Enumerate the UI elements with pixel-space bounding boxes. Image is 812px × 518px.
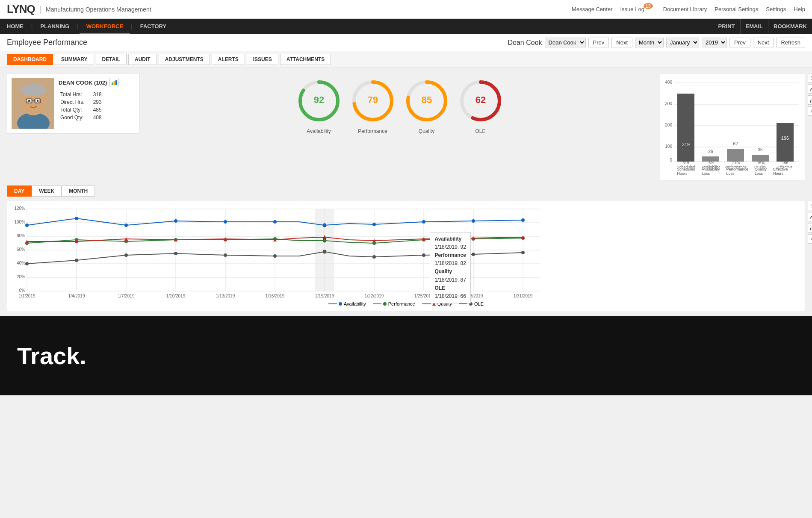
- prev-button[interactable]: Prev: [588, 38, 609, 47]
- svg-text:300: 300: [665, 101, 672, 106]
- svg-text:79: 79: [367, 94, 378, 105]
- stat-row-total-hrs: Total Hrs: 318: [59, 91, 103, 98]
- refresh-button[interactable]: Refresh: [776, 38, 805, 47]
- line-chart-tool-expand[interactable]: ⊞: [808, 201, 812, 210]
- chart-legend: Availability Performance Quality: [12, 301, 800, 306]
- tab-adjustments[interactable]: ADJUSTMENTS: [159, 54, 210, 65]
- tab-issues[interactable]: ISSUES: [247, 54, 278, 65]
- svg-text:-8%: -8%: [707, 161, 714, 165]
- tab-audit[interactable]: AUDIT: [128, 54, 157, 65]
- settings-link[interactable]: Settings: [766, 6, 786, 12]
- tab-summary[interactable]: SUMMARY: [55, 54, 94, 65]
- chart-tool-bar[interactable]: [808, 95, 812, 105]
- issue-log-link[interactable]: Issue Log 13: [620, 6, 656, 12]
- svg-rect-44: [727, 149, 744, 162]
- svg-point-128: [521, 251, 525, 254]
- svg-point-90: [273, 220, 277, 224]
- svg-text:1/31/2019: 1/31/2019: [514, 294, 533, 298]
- svg-point-85: [25, 224, 29, 227]
- svg-text:196: 196: [782, 161, 788, 165]
- legend-availability-line: [328, 303, 337, 304]
- period-day-button[interactable]: DAY: [7, 185, 32, 197]
- personal-settings-link[interactable]: Personal Settings: [715, 6, 758, 12]
- prev2-button[interactable]: Prev: [729, 38, 750, 47]
- line-chart-tool-bar[interactable]: [808, 223, 812, 233]
- tabs-bar: DASHBOARD SUMMARY DETAIL AUDIT ADJUSTMEN…: [0, 51, 812, 68]
- document-library-link[interactable]: Document Library: [663, 6, 707, 12]
- svg-text:1/25/2019: 1/25/2019: [414, 294, 434, 298]
- legend-performance: Performance: [373, 301, 415, 306]
- tab-alerts[interactable]: ALERTS: [212, 54, 245, 65]
- svg-text:60%: 60%: [17, 247, 25, 252]
- next-button[interactable]: Next: [611, 38, 632, 47]
- line-chart-svg: 120% 100% 80% 60% 40% 20% 0%: [12, 206, 542, 300]
- stat-row-direct-hrs: Direct Hrs: 293: [59, 98, 103, 106]
- line-chart-wrapper: 120% 100% 80% 60% 40% 20% 0%: [7, 201, 805, 311]
- employee-controls: Dean Cook Dean Cook Prev Next Month Day …: [508, 38, 805, 47]
- svg-text:1/4/2019: 1/4/2019: [68, 294, 85, 298]
- nav-home[interactable]: HOME: [0, 19, 30, 34]
- svg-text:319: 319: [682, 161, 689, 165]
- chart-tool-expand[interactable]: ⊞: [808, 73, 812, 82]
- legend-availability-label: Availability: [344, 301, 366, 306]
- line-chart-tools: ⊞ ↺: [808, 201, 812, 244]
- svg-rect-13: [115, 80, 117, 85]
- bar-x-labels: ScheduledHours AvailabilityLoss Performa…: [664, 167, 800, 176]
- chart-tool-line[interactable]: [808, 84, 812, 94]
- svg-rect-140: [810, 228, 811, 230]
- period-week-button[interactable]: WEEK: [32, 185, 62, 197]
- svg-rect-36: [677, 94, 694, 162]
- nav-factory[interactable]: FACTORY: [133, 19, 173, 34]
- main-nav-right: PRINT EMAIL BOOKMARK: [713, 19, 812, 34]
- gauge-performance: 79 Performance: [349, 77, 396, 134]
- line-chart-tool-refresh[interactable]: ↺: [808, 234, 812, 244]
- svg-text:1/7/2019: 1/7/2019: [118, 294, 135, 298]
- profile-info: DEAN COOK (102) Total Hrs: 318 Direct Hr…: [59, 78, 135, 129]
- tab-detail[interactable]: DETAIL: [96, 54, 127, 65]
- svg-text:200: 200: [665, 123, 672, 127]
- gauges-section: 92 Availability 79 Performance 85: [145, 73, 655, 138]
- print-link[interactable]: PRINT: [713, 19, 740, 34]
- gauge-quality-label: Quality: [403, 128, 450, 134]
- legend-availability: Availability: [328, 301, 366, 306]
- year-select[interactable]: 2019: [702, 38, 727, 47]
- svg-text:1/28/2019: 1/28/2019: [464, 294, 483, 298]
- svg-point-120: [124, 253, 128, 257]
- app-title: Manufacturing Operations Management: [46, 6, 151, 13]
- svg-text:40%: 40%: [17, 261, 25, 265]
- svg-point-118: [25, 262, 29, 265]
- svg-point-122: [224, 253, 227, 257]
- gauge-availability: 92 Availability: [295, 77, 343, 134]
- svg-point-6: [28, 100, 30, 102]
- bookmark-link[interactable]: BOOKMARK: [768, 19, 812, 34]
- next2-button[interactable]: Next: [753, 38, 774, 47]
- main-content: DEAN COOK (102) Total Hrs: 318 Direct Hr…: [0, 68, 812, 316]
- legend-performance-line: [373, 303, 381, 304]
- legend-ole-line: [459, 303, 467, 304]
- line-chart-tool-line[interactable]: [808, 212, 812, 221]
- period-month-button[interactable]: MONTH: [62, 185, 95, 197]
- svg-text:319: 319: [682, 142, 690, 147]
- svg-text:1/16/2019: 1/16/2019: [266, 294, 285, 298]
- tab-attachments[interactable]: ATTACHMENTS: [280, 54, 331, 65]
- period-select[interactable]: Month Day Week: [635, 38, 664, 47]
- help-link[interactable]: Help: [794, 6, 805, 12]
- svg-point-124: [323, 250, 326, 253]
- profile-name: DEAN COOK (102): [59, 78, 135, 87]
- chart-tool-refresh[interactable]: ↺: [808, 106, 812, 116]
- nav-workforce[interactable]: WORKFORCE: [80, 19, 130, 34]
- legend-quality-label: Quality: [437, 301, 452, 306]
- top-section: DEAN COOK (102) Total Hrs: 318 Direct Hr…: [7, 73, 805, 180]
- email-link[interactable]: EMAIL: [740, 19, 768, 34]
- svg-point-92: [372, 223, 376, 226]
- profile-chart-icon[interactable]: [109, 78, 119, 87]
- svg-text:400: 400: [665, 80, 672, 85]
- svg-point-126: [422, 253, 425, 257]
- nav-planning[interactable]: PLANNING: [33, 19, 76, 34]
- employee-select[interactable]: Dean Cook: [545, 38, 586, 47]
- tab-dashboard[interactable]: DASHBOARD: [7, 54, 53, 65]
- month-select[interactable]: January: [666, 38, 699, 47]
- message-center-link[interactable]: Message Center: [572, 6, 612, 12]
- period-buttons: DAY WEEK MONTH: [7, 185, 805, 197]
- legend-quality: Quality: [422, 301, 452, 306]
